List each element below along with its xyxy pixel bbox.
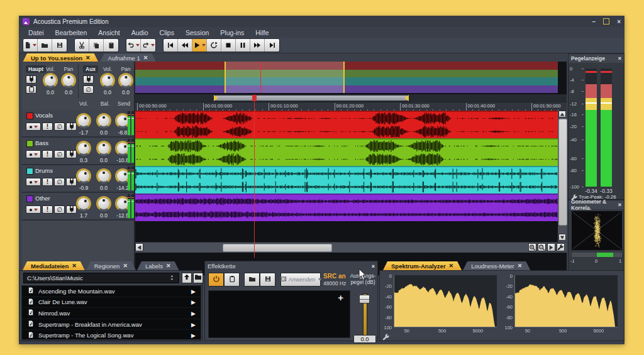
session-overview[interactable] bbox=[135, 62, 558, 93]
close-button[interactable]: × bbox=[617, 18, 621, 25]
apply-effects-button[interactable]: Anwenden bbox=[280, 273, 321, 287]
tab-close-icon[interactable]: ✕ bbox=[86, 55, 91, 61]
loop-row[interactable] bbox=[135, 94, 567, 102]
drums-clip[interactable] bbox=[135, 166, 558, 194]
knob[interactable] bbox=[61, 73, 76, 88]
play-button[interactable] bbox=[192, 39, 207, 52]
time-ruler[interactable]: 00:00:50:00000:01:00:00000:01:10:00000:0… bbox=[135, 102, 567, 111]
knob[interactable] bbox=[76, 168, 91, 183]
rewind-button[interactable] bbox=[178, 39, 192, 52]
knob[interactable] bbox=[76, 113, 91, 128]
overview-viewport[interactable] bbox=[225, 62, 345, 93]
output-level-value[interactable]: 0.0 bbox=[353, 335, 376, 343]
minimize-button[interactable]: – bbox=[592, 18, 596, 25]
track-color-swatch[interactable] bbox=[26, 140, 33, 147]
aux-no-entry-button[interactable]: ∅ bbox=[83, 85, 94, 94]
stop-button[interactable] bbox=[221, 39, 236, 52]
tab-close-icon[interactable]: ✕ bbox=[72, 263, 77, 269]
save-button[interactable] bbox=[52, 39, 67, 52]
tab-close-icon[interactable]: ✕ bbox=[449, 263, 454, 269]
knob[interactable] bbox=[118, 73, 133, 88]
effect-chain-area[interactable]: + bbox=[208, 290, 350, 338]
tab-labels[interactable]: Labels✕ bbox=[137, 261, 179, 270]
preview-play-button[interactable]: ▶ bbox=[191, 298, 196, 305]
vocals-clip[interactable] bbox=[135, 111, 558, 138]
other-clip[interactable] bbox=[135, 194, 558, 221]
menu-datei[interactable]: Datei bbox=[23, 29, 50, 36]
knob[interactable] bbox=[96, 141, 111, 156]
track-color-swatch[interactable] bbox=[26, 195, 33, 202]
playhead-handle[interactable] bbox=[252, 95, 257, 101]
tab-close-icon[interactable]: ✕ bbox=[123, 263, 128, 269]
file-row[interactable]: Nimrod.wav▶ bbox=[22, 308, 201, 319]
copy-button[interactable] bbox=[89, 39, 104, 52]
file-row[interactable]: Ascending the Mountain.wav▶ bbox=[22, 286, 201, 297]
redo-button[interactable] bbox=[141, 39, 155, 52]
menu-bearbeiten[interactable]: Bearbeiten bbox=[50, 29, 93, 36]
menu-ansicht[interactable]: Ansicht bbox=[92, 29, 125, 36]
wrench-icon[interactable] bbox=[382, 332, 390, 344]
master-plug-button[interactable] bbox=[26, 75, 36, 84]
tab-close-icon[interactable]: ✕ bbox=[518, 263, 523, 269]
fx-power-button[interactable] bbox=[208, 273, 224, 287]
fast-forward-button[interactable] bbox=[250, 39, 265, 52]
scroll-up-button[interactable] bbox=[558, 111, 566, 117]
close-icon[interactable]: × bbox=[372, 263, 375, 270]
menu-session[interactable]: Session bbox=[180, 29, 214, 36]
track-no-entry-button[interactable]: ∅ bbox=[54, 205, 65, 214]
aux-plug-button[interactable] bbox=[83, 75, 94, 84]
knob[interactable] bbox=[43, 73, 58, 88]
knob[interactable] bbox=[100, 73, 115, 88]
wrench-button[interactable] bbox=[557, 243, 565, 251]
tab-spektrum-analyzer[interactable]: Spektrum-Analyzer✕ bbox=[383, 261, 462, 270]
spinner-icon[interactable] bbox=[170, 274, 175, 283]
file-row[interactable]: Supertramp - The Logical Song.wav▶ bbox=[22, 330, 201, 341]
scroll-down-button[interactable] bbox=[558, 234, 566, 241]
loop-start-handle[interactable] bbox=[214, 95, 218, 101]
track-no-entry-button[interactable]: ∅ bbox=[54, 178, 65, 186]
knob[interactable] bbox=[76, 196, 91, 211]
tab-regionen[interactable]: Regionen✕ bbox=[86, 261, 136, 270]
loop-region-bar[interactable] bbox=[214, 96, 409, 101]
close-icon[interactable]: × bbox=[618, 202, 621, 208]
folder-up-button[interactable] bbox=[182, 273, 192, 283]
knob[interactable] bbox=[96, 168, 111, 183]
vertical-scroll-thumb[interactable] bbox=[558, 119, 567, 226]
track-no-entry-button[interactable]: ∅ bbox=[54, 150, 65, 158]
scroll-right-button[interactable] bbox=[547, 243, 555, 251]
track-exclaim-button[interactable]: ! bbox=[42, 150, 53, 158]
preview-play-button[interactable]: ▶ bbox=[191, 332, 196, 339]
skip-start-button[interactable] bbox=[164, 39, 178, 52]
tab-close-icon[interactable]: ✕ bbox=[166, 263, 171, 269]
knob[interactable] bbox=[96, 113, 111, 128]
preview-play-button[interactable]: ▶ bbox=[191, 321, 196, 328]
knob[interactable] bbox=[96, 196, 111, 211]
track-no-entry-button[interactable]: ∅ bbox=[54, 123, 65, 131]
horizontal-scroll-thumb[interactable] bbox=[223, 244, 332, 252]
track-exclaim-button[interactable]: ! bbox=[42, 123, 53, 131]
preview-play-button[interactable]: ▶ bbox=[191, 310, 196, 317]
vertical-scrollbar[interactable] bbox=[558, 111, 567, 242]
tab-up-to-you-session[interactable]: Up to You.session✕ bbox=[23, 53, 99, 62]
track-color-swatch[interactable] bbox=[26, 168, 33, 175]
zoom-out-button[interactable] bbox=[538, 243, 546, 251]
paste-button[interactable] bbox=[104, 39, 118, 52]
loop-button[interactable] bbox=[207, 39, 221, 52]
cut-button[interactable] bbox=[75, 39, 89, 52]
horizontal-scrollbar[interactable] bbox=[135, 242, 567, 253]
scroll-left-button[interactable] bbox=[135, 243, 143, 251]
zoom-in-button[interactable] bbox=[528, 243, 536, 251]
add-effect-button[interactable]: + bbox=[338, 292, 343, 303]
tab-mediadateien[interactable]: Mediadateien✕ bbox=[23, 261, 85, 270]
track-record-button[interactable]: ● bbox=[26, 178, 41, 186]
open-folder-button[interactable] bbox=[38, 39, 52, 52]
track-exclaim-button[interactable]: ! bbox=[42, 178, 53, 186]
browse-folder-button[interactable] bbox=[193, 273, 203, 283]
file-row[interactable]: Clair De Lune.wav▶ bbox=[22, 297, 201, 309]
knob[interactable] bbox=[76, 141, 91, 156]
fx-save-button[interactable] bbox=[260, 273, 275, 287]
output-slider-handle[interactable] bbox=[359, 295, 370, 303]
undo-button[interactable] bbox=[126, 39, 141, 52]
file-row[interactable]: Supertramp - Breakfast in America.wav▶ bbox=[22, 319, 201, 330]
fx-open-button[interactable] bbox=[244, 273, 260, 287]
